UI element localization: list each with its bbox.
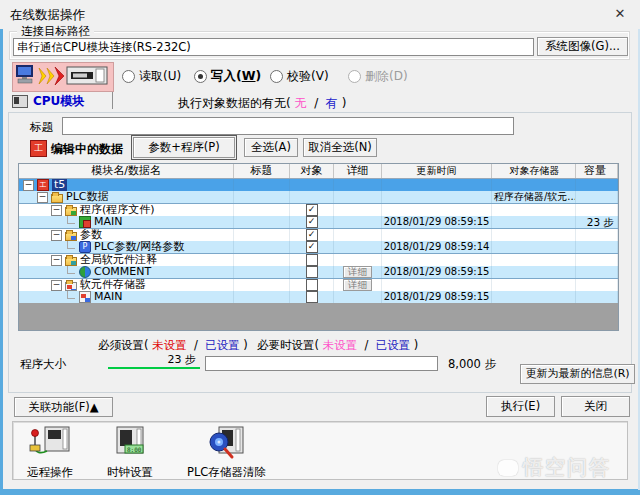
tree-collapse-icon[interactable]: − — [51, 230, 62, 241]
target-checkbox[interactable] — [306, 254, 318, 266]
tree-collapse-icon[interactable]: − — [37, 192, 48, 203]
table-header-row: 模块名/数据名标题对象详细更新时间对象存储器容量 — [19, 164, 618, 179]
select-all-button[interactable]: 全选(A) — [244, 138, 298, 157]
tree-collapse-icon[interactable]: − — [51, 255, 62, 266]
table-cell: −程序(程序文件) — [19, 204, 234, 216]
table-cell — [492, 279, 576, 291]
param-program-button[interactable]: 参数+程序(P) — [133, 137, 235, 158]
presence-have-label: 有 — [326, 96, 338, 110]
table-row[interactable]: −程序(程序文件)✓ — [19, 203, 618, 216]
target-checkbox[interactable]: ✓ — [306, 216, 318, 228]
table-cell: 2018/01/29 08:59:14 — [382, 241, 492, 253]
table-cell — [576, 204, 618, 216]
close-button[interactable]: 关闭 — [561, 396, 630, 417]
table-row[interactable]: −t5 — [19, 179, 618, 191]
row-label: 全局软元件注释 — [80, 254, 157, 266]
table-cell — [382, 204, 492, 216]
radio-write-label: 写入(W) — [211, 68, 261, 85]
title-label: 标题 — [30, 120, 53, 135]
table-row[interactable]: MAIN✓2018/01/29 08:59:1523 步 — [19, 216, 618, 228]
program-size-total: 8,000 步 — [448, 357, 496, 372]
radio-write[interactable]: 写入(W) — [194, 69, 261, 83]
table-cell — [576, 191, 618, 203]
connection-path-group-label: 连接目标路径 — [17, 24, 94, 39]
devmem-icon — [79, 291, 91, 303]
table-cell: −软元件存储器 — [19, 279, 234, 291]
refresh-latest-info-button[interactable]: 更新为最新的信息(R) — [520, 364, 635, 384]
system-image-button[interactable]: 系统图像(G)... — [537, 37, 628, 56]
table-cell: ✓ — [290, 204, 334, 216]
table-cell — [290, 191, 334, 203]
row-label: PLC参数/网络参数 — [94, 241, 184, 253]
table-row[interactable]: −参数✓ — [19, 228, 618, 241]
table-cell — [234, 229, 290, 241]
radio-read-circle-icon — [122, 70, 135, 83]
program-folder-icon — [65, 207, 77, 216]
radio-verify-label: 校验(V) — [287, 68, 329, 85]
table-row[interactable]: MAIN2018/01/29 08:59:15 — [19, 291, 618, 303]
program-size-progressbar — [205, 356, 438, 371]
remote-operation-icon — [27, 425, 73, 464]
table-row[interactable]: −全局软元件注释 — [19, 253, 618, 266]
target-checkbox[interactable] — [306, 266, 318, 278]
detail-button[interactable]: 详细 — [343, 266, 372, 278]
tree-collapse-icon[interactable]: − — [23, 180, 34, 191]
table-cell: ✓ — [290, 241, 334, 253]
target-checkbox[interactable] — [306, 291, 318, 303]
tree-collapse-icon[interactable]: − — [51, 280, 62, 291]
target-checkbox[interactable]: ✓ — [306, 229, 318, 241]
table-cell: PLC参数/网络参数 — [19, 241, 234, 253]
target-checkbox[interactable] — [306, 279, 318, 291]
radio-delete: 删除(D) — [348, 69, 408, 83]
table-cell — [334, 179, 382, 191]
close-icon[interactable]: ✕ — [609, 4, 631, 24]
table-cell: MAIN — [19, 216, 234, 228]
target-checkbox[interactable]: ✓ — [306, 241, 318, 253]
related-functions-button[interactable]: 关联功能(F)▲ — [14, 397, 113, 417]
project-icon — [37, 179, 49, 191]
table-cell — [492, 229, 576, 241]
deselect-all-button[interactable]: 取消全选(N) — [303, 138, 377, 157]
connection-path-value: 串行通信CPU模块连接(RS-232C) — [17, 40, 191, 54]
row-label: MAIN — [94, 291, 123, 303]
tab-cpu-module[interactable]: CPU模块 — [12, 92, 84, 111]
table-row[interactable]: PLC参数/网络参数✓2018/01/29 08:59:14 — [19, 241, 618, 253]
required-settings-legend: 必须设置( 未设置 / 已设置 ) — [98, 338, 248, 353]
table-cell — [382, 279, 492, 291]
title-input[interactable] — [62, 117, 514, 135]
up-triangle-icon: ▲ — [90, 400, 99, 414]
cpu-module-icon — [12, 95, 28, 108]
connection-path-field[interactable]: 串行通信CPU模块连接(RS-232C) — [13, 38, 534, 56]
table-header-cell: 对象 — [290, 164, 334, 178]
table-cell: −PLC数据 — [19, 191, 234, 203]
table-cell — [334, 291, 382, 303]
detail-button[interactable]: 详细 — [343, 279, 372, 291]
dialog-online-data-operation: 在线数据操作 ✕ 连接目标路径 串行通信CPU模块连接(RS-232C) 系统图… — [0, 0, 640, 495]
svg-text:8:00: 8:00 — [127, 446, 142, 453]
radio-read[interactable]: 读取(U) — [122, 69, 181, 83]
table-row[interactable]: −软元件存储器详细 — [19, 278, 618, 291]
table-row[interactable]: COMMENT详细2018/01/29 08:59:15 — [19, 266, 618, 278]
table-cell — [576, 179, 618, 191]
table-cell: 程序存储器/软元... — [492, 191, 576, 203]
table-cell — [234, 216, 290, 228]
radio-read-label: 读取(U) — [139, 68, 181, 85]
clock-setting-item[interactable]: 8:00 时钟设置 — [107, 425, 153, 480]
required-unset-label: 未设置 — [152, 338, 187, 352]
table-body: −t5−PLC数据程序存储器/软元...−程序(程序文件)✓MAIN✓2018/… — [19, 179, 618, 303]
table-cell — [234, 241, 290, 253]
table-row[interactable]: −PLC数据程序存储器/软元... — [19, 191, 618, 203]
plc-memory-clear-item[interactable]: PLC存储器清除 — [187, 425, 266, 480]
table-cell — [576, 254, 618, 266]
radio-verify[interactable]: 校验(V) — [270, 69, 329, 83]
tree-connector — [67, 266, 75, 274]
table-cell: 详细 — [334, 279, 382, 291]
remote-operation-item[interactable]: 远程操作 — [27, 425, 73, 480]
titlebar — [0, 0, 640, 29]
program-size-label: 程序大小 — [20, 357, 66, 372]
tree-collapse-icon[interactable]: − — [51, 205, 62, 216]
optional-settings-legend: 必要时设置( 未设置 / 已设置 ) — [257, 338, 418, 353]
target-checkbox[interactable]: ✓ — [306, 204, 318, 216]
execute-button[interactable]: 执行(E) — [486, 396, 555, 417]
row-label: COMMENT — [94, 266, 151, 278]
